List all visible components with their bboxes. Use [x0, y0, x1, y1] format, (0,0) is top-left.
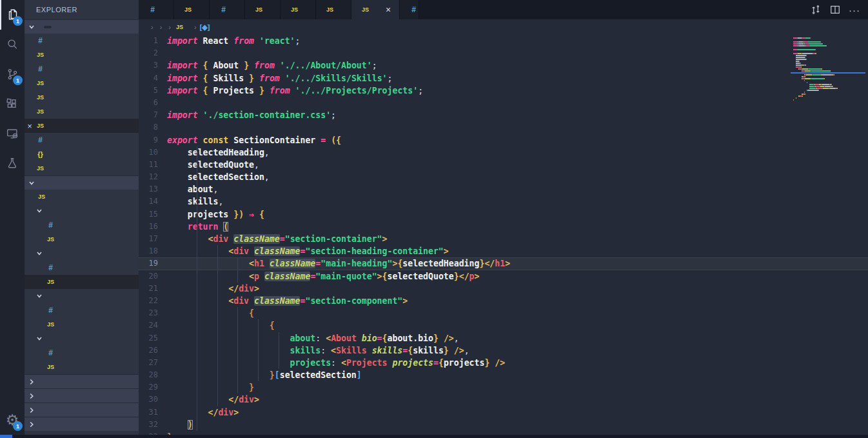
token: skills [290, 346, 321, 355]
tree-file[interactable]: # [25, 346, 139, 360]
open-editor-item[interactable]: JS [25, 105, 139, 119]
token: > [444, 246, 449, 256]
explorer-icon[interactable]: 1 [0, 0, 25, 30]
token: > [377, 272, 382, 281]
tab-portfolio-js[interactable]: JS [316, 0, 351, 19]
code-line[interactable]: 6 [139, 97, 868, 109]
code-line[interactable]: 27 projects: <Projects projects={project… [139, 357, 868, 369]
git-compare-icon[interactable] [807, 1, 824, 18]
code-line[interactable]: 22 <div className="section-component"> [139, 295, 868, 307]
indent-guide [258, 357, 259, 369]
code-line[interactable]: 8 [139, 121, 868, 134]
code-line[interactable]: 21 </div> [139, 283, 868, 295]
tree-file[interactable]: JS [25, 317, 139, 332]
token: } [259, 86, 264, 95]
code-line[interactable]: 19 <h1 className="main-heading">{selecte… [139, 257, 868, 270]
code-line[interactable]: 31 </div> [139, 406, 868, 419]
breadcrumb-item[interactable]: JS [174, 24, 191, 30]
workspace-header[interactable] [25, 175, 139, 190]
tab-projects-js[interactable]: JS [245, 0, 281, 19]
tree-file[interactable]: JS [25, 232, 139, 246]
code-line[interactable]: 30 </div> [139, 393, 868, 406]
open-editor-item[interactable]: ×JS [25, 119, 139, 133]
tab-projectcard-js[interactable]: JS [174, 0, 210, 19]
extensions-icon[interactable] [0, 89, 25, 119]
code-line[interactable]: 7import './section-container.css'; [139, 109, 868, 121]
css-file-icon: # [45, 348, 56, 357]
code-line[interactable]: 10 selectedHeading, [139, 146, 868, 159]
tree-file[interactable]: JS [25, 360, 139, 374]
code-line[interactable]: 14 skills, [139, 195, 868, 208]
tree-file[interactable]: # [25, 218, 139, 232]
token: } [433, 333, 439, 343]
code-line[interactable]: 20 <p className="main-quote">{selectedQu… [139, 270, 868, 283]
close-icon[interactable]: × [25, 121, 35, 131]
tree-file[interactable]: JS [25, 190, 139, 204]
code-line[interactable]: 23 { [139, 307, 868, 319]
code-line[interactable]: 2 [139, 47, 868, 59]
code-line[interactable]: 16 return ( [139, 221, 868, 233]
code-line[interactable]: 13 about, [139, 183, 868, 195]
tab-section-container-css[interactable]: # [139, 0, 174, 19]
code-line[interactable]: 17 <div className="section-container"> [139, 233, 868, 245]
sidebar-section-npm-scripts[interactable] [25, 403, 139, 417]
open-editor-item[interactable]: JS [25, 90, 139, 105]
code-line[interactable]: 15 projects }) ⇒ { [139, 208, 868, 221]
tree-file[interactable]: # [25, 303, 139, 317]
sidebar-section-outline[interactable] [25, 374, 139, 388]
open-editor-item[interactable]: # [25, 34, 139, 48]
tree-file[interactable]: JS [25, 275, 139, 289]
token: > [505, 259, 510, 268]
code-line[interactable]: 11 selectedQuote, [139, 159, 868, 171]
code-line[interactable]: 4import { Skills } from './../Skills/Ski… [139, 72, 868, 85]
line-number: 30 [139, 393, 167, 406]
remote-indicator[interactable] [0, 435, 12, 438]
more-actions-icon[interactable]: ··· [846, 1, 863, 18]
open-editor-item[interactable]: JS [25, 161, 139, 175]
tab-skills-js[interactable]: JS [281, 0, 316, 19]
tab-si[interactable]: # [400, 0, 419, 19]
remote-explorer-icon[interactable] [0, 119, 25, 148]
code-line[interactable]: 28 }[selectedSection] [139, 369, 868, 381]
code-line[interactable]: 32 ) [139, 419, 868, 431]
open-editor-item[interactable]: # [25, 62, 139, 76]
open-editor-item[interactable]: JS [25, 48, 139, 62]
minimap[interactable] [793, 37, 860, 101]
tree-folder[interactable] [25, 204, 139, 218]
code-line[interactable]: 5import { Projects } from './../Projects… [139, 85, 868, 97]
code-line[interactable]: 24 { [139, 319, 868, 332]
sidebar-section-maven-projects[interactable] [25, 417, 139, 431]
tree-folder[interactable] [25, 289, 139, 303]
sidebar-section-timeline[interactable] [25, 388, 139, 403]
close-icon[interactable]: × [386, 5, 391, 15]
open-editor-item[interactable]: JS [25, 76, 139, 90]
code-line[interactable]: 9export const SectionContainer = ({ [139, 134, 868, 146]
code-line[interactable]: 18 <div className="section-heading-conta… [139, 245, 868, 257]
breadcrumb-item[interactable]: [◈] [200, 23, 213, 32]
token: skills [372, 346, 403, 355]
code-line[interactable]: 12 selectedSection, [139, 171, 868, 183]
test-beaker-icon[interactable] [0, 148, 25, 178]
settings-gear-icon[interactable]: ⚙1 [0, 405, 25, 435]
open-editor-item[interactable]: # [25, 133, 139, 147]
token: return [188, 222, 219, 232]
tree-folder[interactable] [25, 332, 139, 346]
open-editor-item[interactable]: {} [25, 147, 139, 161]
tab-sectioncontainer-js[interactable]: JS× [351, 0, 400, 19]
tab-project-card-css[interactable]: # [210, 0, 245, 19]
open-editors-header[interactable] [25, 19, 139, 34]
token: { [270, 321, 275, 330]
token: div [239, 284, 254, 294]
code-editor[interactable]: 1import React from 'react';23import { Ab… [139, 35, 868, 438]
tree-folder[interactable] [25, 246, 139, 261]
js-file-icon: JS [35, 80, 46, 86]
search-icon[interactable] [0, 30, 25, 59]
source-control-icon[interactable]: 1 [0, 59, 25, 89]
code-line[interactable]: 1import React from 'react'; [139, 35, 868, 47]
split-editor-icon[interactable] [827, 1, 843, 18]
code-line[interactable]: 26 skills: <Skills skills={skills} />, [139, 344, 868, 357]
code-line[interactable]: 29 } [139, 381, 868, 393]
code-line[interactable]: 3import { About } from './../About/About… [139, 59, 868, 72]
tree-file[interactable]: # [25, 261, 139, 275]
code-line[interactable]: 25 about: <About bio={about.bio} />, [139, 332, 868, 344]
